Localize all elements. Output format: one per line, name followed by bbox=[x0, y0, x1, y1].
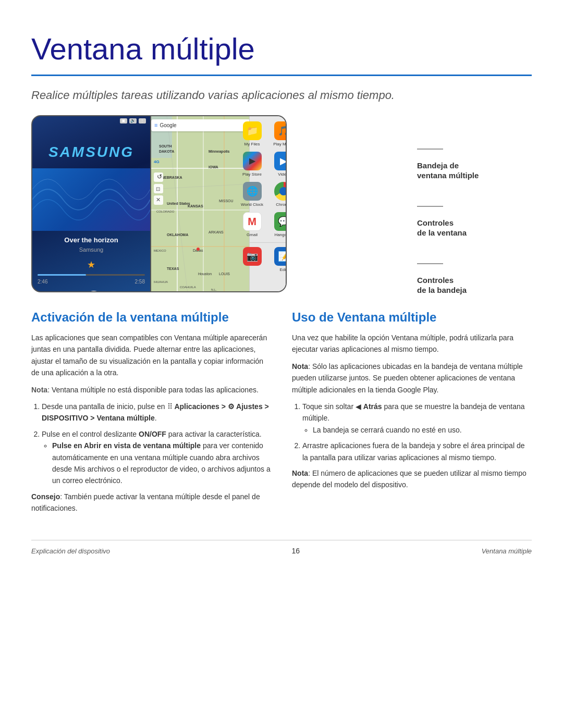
time-current: 2:46 bbox=[38, 278, 47, 286]
status-bar: ▣ 🔊 ⋮ bbox=[32, 116, 150, 126]
app-icon-worldclock[interactable]: 🌐 World Clock bbox=[237, 181, 267, 209]
device-mockup: ▣ 🔊 ⋮ SAMSUNG Over the horizon Samsung bbox=[31, 115, 287, 292]
annotation-bandeja: Bandeja de ventana múltiple bbox=[417, 141, 537, 181]
col-right-note2: Nota: El número de aplicaciones que se p… bbox=[292, 467, 532, 491]
step-1: Desde una pantalla de inicio, pulse en ⠿… bbox=[42, 401, 271, 424]
note1-label: Nota bbox=[31, 386, 47, 394]
more-icon: ⋮ bbox=[139, 118, 146, 124]
svg-text:4G: 4G bbox=[154, 159, 160, 164]
app-tray: 📁 My Files 🎵 Play Music ▶ Play Store bbox=[249, 116, 286, 292]
device-illustration: ▣ 🔊 ⋮ SAMSUNG Over the horizon Samsung bbox=[31, 115, 532, 292]
page-footer: Explicación del dispositivo 16 Ventana m… bbox=[31, 540, 532, 557]
step-2: Pulse en el control deslizante ON/OFF pa… bbox=[42, 428, 271, 487]
svg-text:ARKANS: ARKANS bbox=[209, 230, 224, 234]
song-title: Over the horizon bbox=[38, 235, 145, 245]
bandeja-annotation-text: Bandeja de ventana múltiple bbox=[417, 161, 537, 181]
app-icon-playstore[interactable]: ▶ Play Store bbox=[237, 151, 267, 179]
song-info: Over the horizon Samsung bbox=[32, 231, 150, 256]
svg-text:↺: ↺ bbox=[157, 173, 162, 180]
hangouts-label: Hangouts bbox=[270, 232, 287, 238]
annotations: Bandeja de ventana múltiple Controles de… bbox=[417, 115, 542, 292]
map-background: SOUTH DAKOTA Minneapolis NEBRASKA IOWA U… bbox=[151, 116, 250, 292]
samsung-logo: SAMSUNG bbox=[32, 141, 150, 163]
svg-text:SOUTH: SOUTH bbox=[159, 144, 172, 148]
note1-right-label: Nota bbox=[292, 362, 308, 371]
svg-text:✕: ✕ bbox=[156, 196, 161, 203]
song-artist: Samsung bbox=[38, 245, 145, 254]
gmail-label: Gmail bbox=[238, 232, 266, 238]
note1-right-text: : Sólo las aplicaciones ubicadas en la b… bbox=[292, 362, 523, 394]
phone-right: SOUTH DAKOTA Minneapolis NEBRASKA IOWA U… bbox=[151, 115, 287, 292]
playback-controls: ≡♪ ⏮ ⏸ ⏭ ⤴ bbox=[32, 288, 150, 292]
worldclock-icon: 🌐 bbox=[243, 182, 262, 201]
app-row-3: 🌐 World Clock Chrome bbox=[237, 181, 287, 209]
bullet-bandeja-cerrar: La bandeja se cerrará cuando no esté en … bbox=[313, 424, 532, 436]
app-icon-myfiles[interactable]: 📁 My Files bbox=[237, 120, 267, 149]
myfiles-icon: 📁 bbox=[243, 121, 262, 140]
controles-ventana-annotation-text: Controles de la ventana bbox=[417, 218, 537, 238]
play-pause-button[interactable]: ⏸ bbox=[84, 291, 103, 292]
app-icon-playmusic[interactable]: 🎵 Play Music bbox=[268, 120, 287, 149]
favorite-star: ★ bbox=[32, 258, 150, 272]
video-label: Video bbox=[270, 171, 287, 178]
svg-text:NEBRASKA: NEBRASKA bbox=[162, 176, 182, 179]
annotation-controles-bandeja: Controles de la bandeja bbox=[417, 256, 537, 295]
app-row-5: 📷 📝 Edit bbox=[237, 246, 287, 274]
progress-fill bbox=[38, 274, 86, 276]
footer-left: Explicación del dispositivo bbox=[31, 546, 110, 557]
svg-text:N.L.: N.L. bbox=[211, 288, 217, 291]
app-row-4: M Gmail 💬 Hangouts bbox=[237, 211, 287, 239]
svg-text:⊡: ⊡ bbox=[156, 186, 160, 192]
right-step-1: Toque sin soltar ◀ Atrás para que se mue… bbox=[302, 401, 532, 436]
google-logo: ≡ bbox=[154, 121, 157, 130]
progress-track bbox=[38, 274, 145, 276]
app-icon-chrome[interactable]: Chrome bbox=[268, 181, 287, 209]
svg-text:DAKOTA: DAKOTA bbox=[159, 150, 174, 153]
tray-separator bbox=[250, 242, 286, 243]
consejo-label: Consejo bbox=[31, 492, 60, 501]
edit-icon: 📝 bbox=[274, 247, 287, 266]
album-art bbox=[32, 168, 150, 231]
col-left-intro: Las aplicaciones que sean compatibles co… bbox=[31, 332, 271, 379]
app-icon-gmail[interactable]: M Gmail bbox=[237, 211, 267, 239]
myfiles-label: My Files bbox=[238, 141, 266, 147]
app-icon-hangouts[interactable]: 💬 Hangouts bbox=[268, 211, 287, 239]
svg-text:IOWA: IOWA bbox=[209, 165, 218, 169]
google-text: Google bbox=[160, 121, 176, 129]
svg-text:TEXAS: TEXAS bbox=[167, 267, 179, 270]
svg-text:COAHUILA: COAHUILA bbox=[180, 286, 196, 289]
playstore-icon: ▶ bbox=[243, 152, 262, 170]
note2-right-label: Nota bbox=[292, 469, 308, 477]
consejo-text: : También puede activar la ventana múlti… bbox=[31, 492, 260, 512]
col-right-note1: Nota: Sólo las aplicaciones ubicadas en … bbox=[292, 361, 532, 396]
controles-bandeja-annotation-text: Controles de la bandeja bbox=[417, 275, 537, 295]
svg-point-30 bbox=[197, 248, 200, 251]
app-icon-edit[interactable]: 📝 Edit bbox=[268, 246, 287, 274]
chrome-label: Chrome bbox=[270, 202, 287, 208]
app-icon-video[interactable]: ▶ Video bbox=[268, 151, 287, 179]
phone-left: ▣ 🔊 ⋮ SAMSUNG Over the horizon Samsung bbox=[31, 115, 151, 292]
col-left-consejo: Consejo: También puede activar la ventan… bbox=[31, 491, 271, 514]
app-row-2: ▶ Play Store ▶ Video bbox=[237, 151, 287, 179]
col-left-title: Activación de la ventana múltiple bbox=[31, 308, 271, 327]
footer-right: Ventana múltiple bbox=[482, 546, 532, 557]
progress-bar-area bbox=[32, 274, 150, 276]
svg-text:MEXICO: MEXICO bbox=[154, 249, 166, 252]
col-left-steps: Desde una pantalla de inicio, pulse en ⠿… bbox=[42, 401, 271, 487]
col-right-intro: Una vez que habilite la opción Ventana m… bbox=[292, 332, 532, 355]
svg-text:United States: United States bbox=[167, 202, 190, 205]
svg-text:COLORADO: COLORADO bbox=[156, 210, 175, 213]
svg-text:Minneapolis: Minneapolis bbox=[209, 150, 230, 154]
camera-icon: 📷 bbox=[243, 247, 262, 266]
hangouts-icon: 💬 bbox=[274, 212, 287, 231]
col-right-title: Uso de Ventana múltiple bbox=[292, 308, 532, 327]
note1-text: : Ventana múltiple no está disponible pa… bbox=[47, 386, 259, 394]
app-icon-camera[interactable]: 📷 bbox=[237, 246, 267, 274]
svg-text:OKLAHOMA: OKLAHOMA bbox=[167, 233, 188, 237]
footer-page-number: 16 bbox=[292, 546, 300, 557]
annotation-controles-ventana: Controles de la ventana bbox=[417, 199, 537, 238]
page-subtitle: Realice múltiples tareas utilizando vari… bbox=[31, 87, 532, 104]
time-total: 2:58 bbox=[135, 278, 145, 286]
col-right: Uso de Ventana múltiple Una vez que habi… bbox=[292, 308, 532, 519]
chrome-icon bbox=[274, 182, 287, 201]
